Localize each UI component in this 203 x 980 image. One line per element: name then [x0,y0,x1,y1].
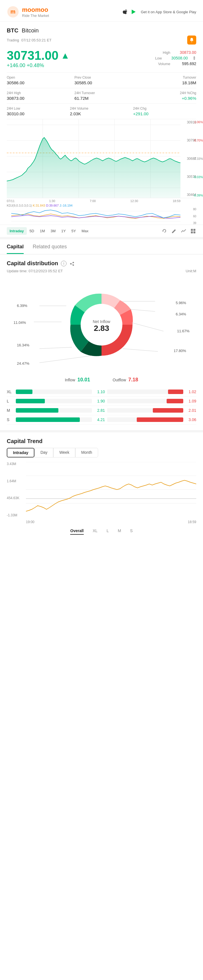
tf-5d[interactable]: 5D [27,227,37,235]
notification-button[interactable] [187,35,196,45]
trend-tab-week[interactable]: Week [53,448,75,457]
svg-marker-2 [132,10,136,14]
price-row: 30731.00 ▲ +146.00 +0.48% High 30873.00 … [7,48,196,70]
m-inflow-value: 2.81 [94,408,105,413]
overall-tab-l[interactable]: L [107,527,109,535]
trend-tab-intraday[interactable]: Intraday [7,448,34,457]
trend-y-1: 1.64M [7,479,26,483]
kdj-section: KDJ(9,0.3,0.3,0.1) K:31.843 D:39.667 J:-… [0,203,203,224]
overall-tab-xl[interactable]: XL [93,527,98,535]
trend-tab-month[interactable]: Month [75,448,98,457]
outflow-item: Outflow 7.18 [113,377,138,383]
xl-outflow-value: 1.02 [185,390,196,394]
high-label: High [163,51,170,55]
unit-label: Unit:M [185,269,196,273]
stat-24h-volume-value: 2.03K [70,111,133,116]
overall-tab-m[interactable]: M [118,527,121,535]
app-header: m moomoo Ride The Market Get it on App S… [0,0,203,22]
size-breakdown-table: XL 1.10 1.02 L 1.90 1.09 [0,387,203,430]
main-tabs: Capital Related quotes [0,239,203,255]
trend-x-end: 18:59 [188,520,196,524]
l-outflow-value: 1.09 [185,399,196,403]
size-m-label: M [7,408,14,413]
store-text: Get it on App Store & Google Play [141,10,196,14]
play-store-icon [131,9,137,15]
price-chart-wrap[interactable]: 30910 30798 30687 30576 30464 [7,119,196,198]
l-inflow-bar-fill [16,399,45,403]
tf-5y[interactable]: 5Y [69,227,79,235]
inflow-value: 10.01 [78,377,90,383]
stat-24h-low-label: 24H Low [7,107,70,110]
y-label-1: 30798 [181,138,196,142]
kdj-k-value: K:31.843 [33,204,46,207]
size-row-xl: XL 1.10 1.02 [7,387,196,396]
svg-rect-19 [193,231,195,233]
l-inflow-bar-wrap [16,399,92,403]
capital-distribution-title-row: Capital distribution i [0,255,203,267]
share-icon[interactable] [69,261,75,266]
grid-view-icon[interactable] [190,228,196,234]
kdj-y-1: 60 [189,215,196,218]
pct-label-16-34: 16.34% [17,343,29,347]
trend-chart-svg [26,462,196,517]
tf-1y[interactable]: 1Y [58,227,69,235]
refresh-icon[interactable] [161,228,168,234]
timeframe-row: Intraday 5D 1M 3M 1Y 5Y Max [0,224,203,237]
stat-24h-volume: 24H Volume 2.03K [70,104,133,119]
stat-24h-volume-label: 24H Volume [70,107,133,110]
trend-x-labels: 19:00 18:59 [26,520,196,524]
stock-name: Bitcoin [22,27,38,34]
volume-label: Volume [158,62,170,66]
trend-y-0: 3.43M [7,462,26,466]
pencil-icon[interactable] [171,228,177,234]
stat-24h-pct-chg: 24H %Chg +0.96% [133,88,196,104]
svg-line-29 [123,348,158,352]
stat-24h-turnover-label: 24H Turnover [74,91,133,95]
update-time-row: Update time: 07/12/2023 05:52 ET Unit:M [0,267,203,275]
stat-open: Open 30586.00 [7,73,70,88]
overall-tab-s[interactable]: S [130,527,133,535]
stats-grid: Open 30586.00 Prev Close 30585.00 Turnov… [7,72,196,119]
tf-max[interactable]: Max [79,227,91,235]
section-divider-2 [0,430,203,432]
tab-capital[interactable]: Capital [7,244,24,254]
kdj-j-value: J:-16.194 [59,204,72,207]
tf-1m[interactable]: 1M [37,227,48,235]
trend-y-labels: 3.43M 1.64M 454.63K -1.33M [7,462,26,517]
s-outflow-bar-wrap [107,417,183,422]
info-icon[interactable]: i [61,261,67,266]
tab-related-quotes[interactable]: Related quotes [33,244,67,254]
chart-line-icon[interactable] [181,228,187,234]
stat-24h-chg-label: 24H Chg [133,107,196,110]
svg-rect-17 [193,229,195,231]
size-row-s: S 4.21 3.06 [7,415,196,425]
m-outflow-value: 2.01 [185,408,196,413]
tf-3m[interactable]: 3M [48,227,58,235]
y-label-4: 30464 [181,193,196,197]
trend-tab-day[interactable]: Day [34,448,53,457]
price-chart-svg-area [7,119,181,198]
m-inflow-bar-wrap [16,408,92,413]
price-value: 30731.00 [7,48,59,62]
overall-tab-overall[interactable]: Overall [70,527,83,535]
price-change-value: +146.00 [7,62,26,68]
update-time: 07/12/2023 05:52 ET [29,269,62,273]
trend-y-3: -1.33M [7,513,26,517]
pct-label-24-47: 24.47% [17,361,29,366]
stock-section: BTC Bitcoin Trading 07/12 05:53:21 ET 30… [0,22,203,119]
stat-prev-close: Prev Close 30585.00 [70,73,133,88]
pct-label-5-96: 5.96% [176,301,186,305]
trading-time: 07/12 05:53:21 ET [21,38,51,42]
x-label-4: 18:59 [173,199,181,203]
store-icons[interactable] [122,9,137,15]
stat-24h-pct-chg-label: 24H %Chg [133,91,196,95]
header-right: Get it on App Store & Google Play [122,9,196,15]
size-row-l: L 1.90 1.09 [7,396,196,406]
capital-trend-title: Capital Trend [7,438,196,444]
m-inflow-bar-fill [16,408,58,413]
stat-24h-turnover: 24H Turnover 61.72M [70,88,133,104]
kdj-chart-svg [7,208,196,224]
y-label-2: 30687 [181,157,196,161]
stat-24h-pct-chg-value: +0.96% [133,96,196,100]
tf-intraday[interactable]: Intraday [7,227,27,235]
